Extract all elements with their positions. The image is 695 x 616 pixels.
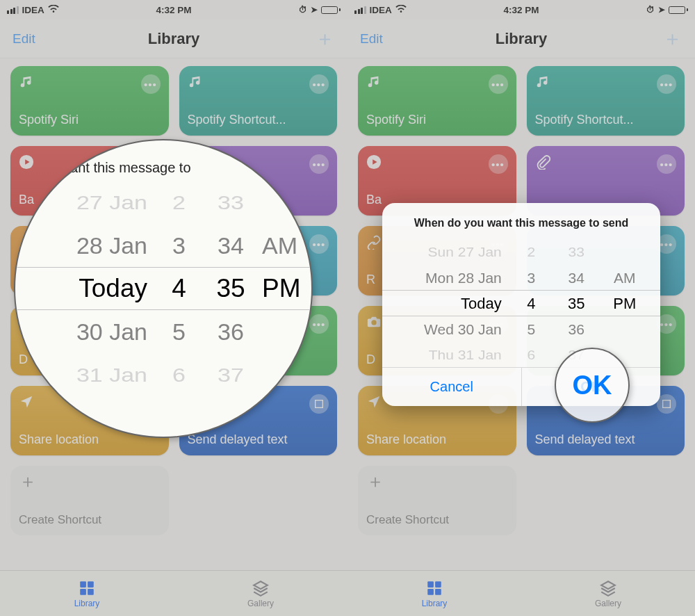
tab-gallery[interactable]: Gallery (521, 571, 695, 616)
svg-rect-8 (427, 581, 434, 587)
attach-icon (535, 154, 550, 172)
mag-min-opt: 36 (218, 310, 244, 353)
carrier-label: IDEA (370, 5, 392, 15)
shortcut-spotify-siri[interactable]: ••• Spotify Siri (358, 66, 516, 136)
card-more-button[interactable] (309, 394, 329, 414)
svg-rect-7 (663, 400, 671, 408)
plus-icon: ＋ (19, 471, 37, 492)
card-title: Spotify Siri (366, 113, 508, 127)
datetime-picker[interactable]: Sun 27 Jan Mon 28 Jan Today Wed 30 Jan T… (382, 239, 660, 367)
battery-icon (669, 6, 688, 14)
card-more-button[interactable]: ••• (657, 74, 676, 94)
mag-min-opt: 34 (218, 224, 244, 267)
tab-gallery[interactable]: Gallery (174, 571, 348, 616)
svg-rect-2 (80, 581, 86, 587)
play-icon (19, 154, 34, 172)
nav-icon (366, 394, 382, 412)
picker-ampm-selected: PM (613, 291, 636, 316)
card-title: Spotify Shortcut... (188, 113, 329, 127)
picker-date-opt: Wed 30 Jan (424, 316, 502, 342)
mag-hour-opt: 2 (172, 185, 186, 220)
picker-date-opt: Mon 28 Jan (425, 265, 502, 291)
camera-icon (366, 314, 382, 332)
alarm-icon: ⏱ (646, 5, 655, 15)
picker-min-opt: 34 (569, 265, 584, 291)
library-icon (425, 579, 443, 597)
picker-date-column[interactable]: Sun 27 Jan Mon 28 Jan Today Wed 30 Jan T… (392, 239, 509, 367)
battery-icon (321, 6, 341, 14)
card-title: Send delayed text (188, 432, 329, 447)
page-title: Library (0, 30, 348, 48)
card-more-button[interactable]: ••• (309, 154, 329, 174)
tab-label: Gallery (595, 599, 621, 608)
picker-date-opt: Thu 31 Jan (429, 344, 502, 366)
shortcut-spotify-shortcut[interactable]: ••• Spotify Shortcut... (179, 66, 338, 136)
card-title: Spotify Siri (19, 113, 161, 127)
signal-icon (7, 6, 19, 14)
card-more-button[interactable]: ••• (489, 154, 508, 174)
gallery-icon (252, 579, 270, 597)
location-icon: ➤ (311, 5, 318, 15)
create-shortcut-card[interactable]: ＋ Create Shortcut (358, 466, 516, 535)
shortcut-spotify-siri[interactable]: ••• Spotify Siri (10, 66, 169, 136)
svg-rect-4 (80, 589, 86, 595)
add-shortcut-button[interactable]: ＋ (662, 25, 682, 53)
signal-icon (354, 6, 366, 14)
plus-icon: ＋ (366, 471, 384, 492)
card-more-button[interactable]: ••• (309, 314, 329, 334)
mag-hour-opt: 6 (172, 357, 186, 392)
picker-min-selected: 35 (568, 291, 584, 316)
phone-right: IDEA 4:32 PM ⏱ ➤ Edit Library ＋ ••• Spot… (348, 0, 695, 616)
create-shortcut-card[interactable]: ＋ Create Shortcut (10, 466, 169, 535)
music-icon (19, 74, 34, 92)
status-bar: IDEA 4:32 PM ⏱ ➤ (0, 0, 348, 19)
add-shortcut-button[interactable]: ＋ (315, 25, 335, 53)
music-icon (366, 74, 382, 92)
svg-rect-11 (435, 589, 441, 595)
edit-button[interactable]: Edit (13, 31, 35, 47)
picker-hour-opt: 6 (527, 344, 535, 366)
picker-ampm-opt: AM (614, 265, 636, 291)
picker-min-opt: 36 (569, 316, 584, 342)
link-icon (366, 234, 382, 252)
nav-bar: Edit Library ＋ (0, 19, 348, 58)
modal-title: When do you want this message to send (382, 203, 660, 239)
card-title: Create Shortcut (19, 513, 161, 527)
shortcut-spotify-shortcut[interactable]: ••• Spotify Shortcut... (527, 66, 685, 136)
tab-label: Library (74, 599, 100, 608)
card-more-button[interactable]: ••• (489, 74, 508, 94)
carrier-label: IDEA (22, 5, 44, 15)
picker-date-opt: Sun 27 Jan (428, 241, 502, 263)
svg-rect-10 (427, 589, 434, 595)
svg-rect-3 (88, 581, 94, 587)
tab-label: Library (422, 599, 448, 608)
mag-min-opt: 33 (218, 185, 244, 220)
picker-ampm-column[interactable]: AM PM (599, 239, 651, 367)
mag-date-opt: 27 Jan (76, 185, 147, 220)
tab-label: Gallery (247, 599, 274, 608)
picker-hour-selected: 4 (527, 291, 535, 316)
card-more-button[interactable]: ••• (309, 234, 329, 254)
mag-date-opt: 31 Jan (76, 357, 147, 392)
magnifier-picker: u want this message to 27 Jan 28 Jan Tod… (14, 139, 313, 438)
picker-hour-opt: 3 (527, 265, 535, 291)
card-more-button[interactable]: ••• (309, 74, 329, 94)
mag-min-opt: 37 (218, 357, 244, 392)
card-more-button[interactable]: ••• (657, 154, 676, 174)
mag-ampm-selected: PM (262, 267, 301, 310)
page-title: Library (348, 30, 695, 48)
tab-bar: Library Gallery (348, 570, 695, 616)
card-more-button[interactable]: ••• (141, 74, 161, 94)
cancel-button[interactable]: Cancel (382, 368, 522, 406)
tab-library[interactable]: Library (0, 571, 174, 616)
tab-library[interactable]: Library (348, 571, 521, 616)
mag-date-opt: 28 Jan (76, 224, 147, 267)
status-bar: IDEA 4:32 PM ⏱ ➤ (348, 0, 695, 19)
nav-bar: Edit Library ＋ (348, 19, 695, 58)
svg-rect-9 (435, 581, 441, 587)
picker-hour-opt: 2 (527, 241, 535, 263)
edit-button[interactable]: Edit (360, 31, 383, 47)
card-title: Share location (366, 432, 508, 447)
mag-hour-selected: 4 (172, 267, 186, 310)
picker-hour-column[interactable]: 2 3 4 5 6 (509, 239, 554, 367)
